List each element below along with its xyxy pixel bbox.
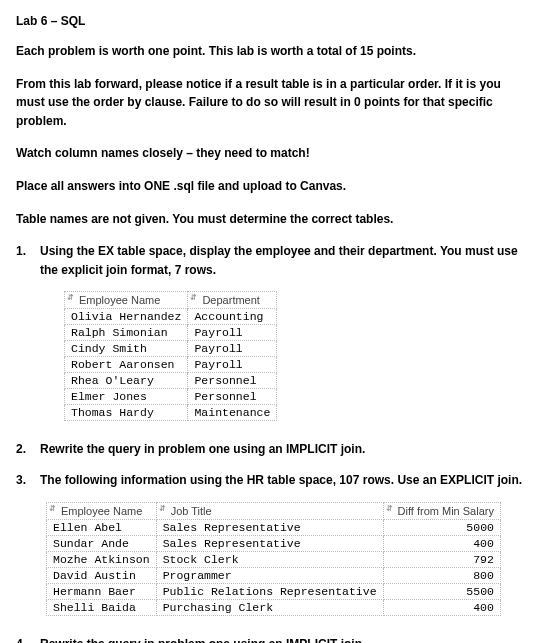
cell-diff-min-salary: 5500 <box>383 583 500 599</box>
question-1: 1. Using the EX table space, display the… <box>16 242 530 279</box>
q4-text: Rewrite the query in problem one using a… <box>40 635 530 643</box>
q2-number: 2. <box>16 440 40 459</box>
cell-job-title: Programmer <box>156 567 383 583</box>
cell-department: Personnel <box>188 389 277 405</box>
intro-para-2: From this lab forward, please notice if … <box>16 75 530 131</box>
q1-number: 1. <box>16 242 40 279</box>
table-row: Sundar AndeSales Representative400 <box>47 535 501 551</box>
cell-employee-name: Olivia Hernandez <box>65 309 188 325</box>
cell-department: Payroll <box>188 341 277 357</box>
cell-employee-name: Shelli Baida <box>47 599 157 615</box>
cell-employee-name: Robert Aaronsen <box>65 357 188 373</box>
q1-header-2: Department <box>202 294 259 306</box>
cell-job-title: Stock Clerk <box>156 551 383 567</box>
q3-col-diff-min-salary: ⇵ Diff from Min Salary <box>383 502 500 519</box>
cell-diff-min-salary: 5000 <box>383 519 500 535</box>
q3-header-2: Job Title <box>171 505 212 517</box>
cell-diff-min-salary: 800 <box>383 567 500 583</box>
table-row: Thomas HardyMaintenance <box>65 405 277 421</box>
q3-number: 3. <box>16 471 40 490</box>
q1-col-department: ⇵ Department <box>188 292 277 309</box>
q3-header-1: Employee Name <box>61 505 142 517</box>
table-row: Mozhe AtkinsonStock Clerk792 <box>47 551 501 567</box>
lab-title: Lab 6 – SQL <box>16 14 530 28</box>
q3-text: The following information using the HR t… <box>40 471 530 490</box>
cell-department: Payroll <box>188 325 277 341</box>
cell-employee-name: Elmer Jones <box>65 389 188 405</box>
table-row: Ralph SimonianPayroll <box>65 325 277 341</box>
sort-icon: ⇵ <box>386 505 393 513</box>
cell-employee-name: Ellen Abel <box>47 519 157 535</box>
question-3: 3. The following information using the H… <box>16 471 530 490</box>
cell-employee-name: Sundar Ande <box>47 535 157 551</box>
cell-employee-name: Ralph Simonian <box>65 325 188 341</box>
cell-employee-name: Cindy Smith <box>65 341 188 357</box>
table-row: Shelli BaidaPurchasing Clerk400 <box>47 599 501 615</box>
sort-icon: ⇵ <box>159 505 166 513</box>
sort-icon: ⇵ <box>190 294 197 302</box>
cell-employee-name: David Austin <box>47 567 157 583</box>
cell-department: Payroll <box>188 357 277 373</box>
q3-col-employee-name: ⇵ Employee Name <box>47 502 157 519</box>
sort-icon: ⇵ <box>49 505 56 513</box>
cell-diff-min-salary: 792 <box>383 551 500 567</box>
table-row: Robert AaronsenPayroll <box>65 357 277 373</box>
cell-diff-min-salary: 400 <box>383 535 500 551</box>
cell-employee-name: Hermann Baer <box>47 583 157 599</box>
q3-result-table: ⇵ Employee Name ⇵ Job Title ⇵ Diff from … <box>46 502 501 616</box>
table-row: Ellen AbelSales Representative5000 <box>47 519 501 535</box>
cell-department: Accounting <box>188 309 277 325</box>
q1-text: Using the EX table space, display the em… <box>40 242 530 279</box>
intro-para-4: Place all answers into ONE .sql file and… <box>16 177 530 196</box>
cell-department: Maintenance <box>188 405 277 421</box>
cell-employee-name: Thomas Hardy <box>65 405 188 421</box>
q3-header-3: Diff from Min Salary <box>398 505 494 517</box>
cell-employee-name: Mozhe Atkinson <box>47 551 157 567</box>
cell-job-title: Sales Representative <box>156 519 383 535</box>
sort-icon: ⇵ <box>67 294 74 302</box>
table-row: Hermann BaerPublic Relations Representat… <box>47 583 501 599</box>
question-4: 4. Rewrite the query in problem one usin… <box>16 635 530 643</box>
intro-para-1: Each problem is worth one point. This la… <box>16 42 530 61</box>
cell-department: Personnel <box>188 373 277 389</box>
question-2: 2. Rewrite the query in problem one usin… <box>16 440 530 459</box>
cell-job-title: Public Relations Representative <box>156 583 383 599</box>
table-row: Rhea O'LearyPersonnel <box>65 373 277 389</box>
q1-result-table: ⇵ Employee Name ⇵ Department Olivia Hern… <box>64 291 277 421</box>
cell-employee-name: Rhea O'Leary <box>65 373 188 389</box>
cell-job-title: Purchasing Clerk <box>156 599 383 615</box>
intro-para-3: Watch column names closely – they need t… <box>16 144 530 163</box>
q3-col-job-title: ⇵ Job Title <box>156 502 383 519</box>
q4-number: 4. <box>16 635 40 643</box>
cell-job-title: Sales Representative <box>156 535 383 551</box>
table-row: David AustinProgrammer800 <box>47 567 501 583</box>
table-row: Olivia HernandezAccounting <box>65 309 277 325</box>
table-row: Elmer JonesPersonnel <box>65 389 277 405</box>
intro-para-5: Table names are not given. You must dete… <box>16 210 530 229</box>
table-row: Cindy SmithPayroll <box>65 341 277 357</box>
q2-text: Rewrite the query in problem one using a… <box>40 440 530 459</box>
q1-col-employee-name: ⇵ Employee Name <box>65 292 188 309</box>
q1-header-1: Employee Name <box>79 294 160 306</box>
cell-diff-min-salary: 400 <box>383 599 500 615</box>
